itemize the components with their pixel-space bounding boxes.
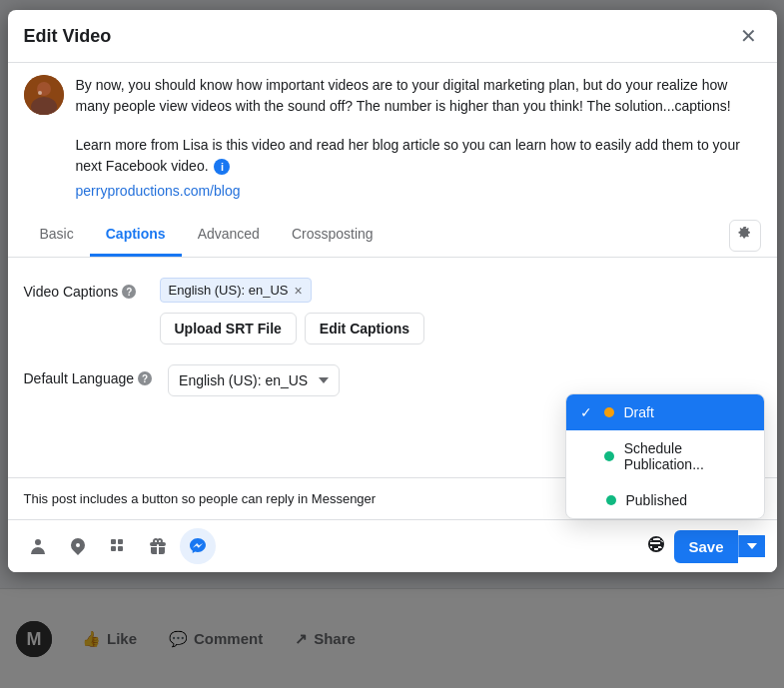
toolbar-icon-group <box>20 528 216 564</box>
save-button[interactable]: Save <box>674 530 737 563</box>
publish-dropdown: ✓ Draft Schedule Publication... <box>674 530 764 563</box>
person-icon-button[interactable] <box>20 528 56 564</box>
dropdown-menu: ✓ Draft Schedule Publication... <box>565 393 765 519</box>
notification-text: This post includes a button so people ca… <box>24 491 377 506</box>
captions-help-icon[interactable]: ? <box>122 285 136 299</box>
edit-captions-button[interactable]: Edit Captions <box>305 313 424 344</box>
schedule-status-dot <box>604 451 614 461</box>
published-status-dot <box>606 495 616 505</box>
modal-overlay: Edit Video ✕ By now, you should know how… <box>0 0 784 688</box>
schedule-label: Schedule Publication... <box>624 440 750 472</box>
post-text-2: Learn more from Lisa is this video and r… <box>76 135 761 177</box>
tab-crossposting[interactable]: Crossposting <box>276 214 390 257</box>
edit-video-modal: Edit Video ✕ By now, you should know how… <box>8 10 777 572</box>
publish-button-group: Save <box>674 530 764 563</box>
tabs: Basic Captions Advanced Crossposting <box>24 214 390 257</box>
tab-basic[interactable]: Basic <box>24 214 90 257</box>
language-help-icon[interactable]: ? <box>138 371 152 385</box>
tabs-container: Basic Captions Advanced Crossposting <box>8 214 777 258</box>
dropdown-item-published[interactable]: Published <box>566 482 764 518</box>
caption-buttons: Upload SRT File Edit Captions <box>160 313 425 344</box>
captions-controls: English (US): en_US × Upload SRT File Ed… <box>160 278 425 344</box>
avatar <box>24 75 64 115</box>
draft-status-dot <box>604 407 614 417</box>
published-label: Published <box>626 492 688 508</box>
upload-srt-button[interactable]: Upload SRT File <box>160 313 297 344</box>
svg-point-5 <box>38 91 42 95</box>
toolbar-right: ✓ Draft Schedule Publication... <box>646 530 764 563</box>
globe-icon <box>646 534 666 558</box>
post-link[interactable]: perryproductions.com/blog <box>76 183 241 199</box>
tab-captions[interactable]: Captions <box>90 214 182 257</box>
grid-icon-button[interactable] <box>100 528 136 564</box>
tab-advanced[interactable]: Advanced <box>182 214 276 257</box>
default-language-label: Default Language ? <box>24 364 153 386</box>
close-button[interactable]: ✕ <box>736 22 761 50</box>
bottom-toolbar: ✓ Draft Schedule Publication... <box>8 519 777 572</box>
check-icon: ✓ <box>580 404 592 420</box>
location-icon-button[interactable] <box>60 528 96 564</box>
video-captions-row: Video Captions ? English (US): en_US × U… <box>24 278 761 344</box>
caption-tags: English (US): en_US × <box>160 278 425 303</box>
messenger-icon-button[interactable] <box>180 528 216 564</box>
modal-header: Edit Video ✕ <box>8 10 777 63</box>
modal-title: Edit Video <box>24 26 112 47</box>
post-text-1: By now, you should know how important vi… <box>76 75 761 117</box>
post-text-content: By now, you should know how important vi… <box>76 75 761 202</box>
settings-button[interactable] <box>729 220 761 252</box>
dropdown-item-schedule[interactable]: Schedule Publication... <box>566 430 764 482</box>
default-language-row: Default Language ? English (US): en_US S… <box>24 364 761 396</box>
tag-remove-button[interactable]: × <box>294 284 302 298</box>
video-captions-label: Video Captions ? <box>24 278 144 300</box>
publish-arrow-button[interactable] <box>738 535 765 557</box>
caption-tag: English (US): en_US × <box>160 278 312 303</box>
info-icon[interactable]: i <box>214 159 230 175</box>
dropdown-item-draft[interactable]: ✓ Draft <box>566 394 764 430</box>
default-language-select[interactable]: English (US): en_US Spanish: es_ES Frenc… <box>168 364 340 396</box>
post-preview: By now, you should know how important vi… <box>8 63 777 214</box>
gear-icon <box>737 226 753 245</box>
gift-icon-button[interactable] <box>140 528 176 564</box>
draft-label: Draft <box>624 404 654 420</box>
